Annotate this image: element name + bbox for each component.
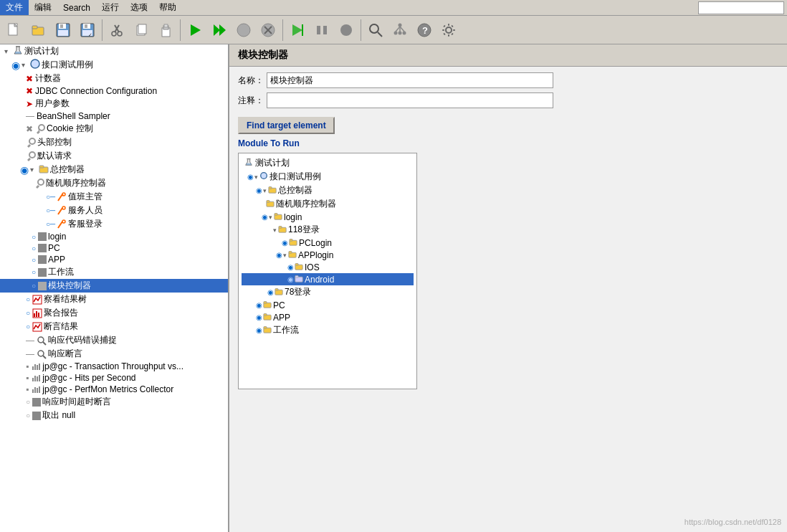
bar-icon3 bbox=[31, 384, 41, 394]
svg-rect-105 bbox=[290, 239, 292, 242]
settings-button[interactable] bbox=[437, 19, 460, 42]
svg-rect-53 bbox=[443, 32, 446, 35]
tree-node-default-request[interactable]: 默认请求 bbox=[0, 149, 228, 163]
tree-node-timeout-assert[interactable]: ○ 响应时间超时断言 bbox=[0, 395, 228, 409]
expand-sign2: ▾ bbox=[263, 187, 267, 194]
tb-node-pclogin[interactable]: ◉ PCLogin bbox=[242, 237, 414, 249]
svg-rect-85 bbox=[32, 378, 34, 381]
svg-rect-89 bbox=[32, 389, 34, 393]
tb-node-random[interactable]: 随机顺序控制器 bbox=[242, 197, 414, 211]
tree-node-calculator[interactable]: ✖ 计数器 bbox=[0, 72, 228, 85]
menu-file[interactable]: 文件 bbox=[0, 0, 29, 15]
find-target-button[interactable]: Find target element bbox=[238, 117, 335, 134]
clear-button[interactable] bbox=[257, 19, 280, 42]
tb-conn6: ◉ bbox=[287, 263, 294, 271]
help-button[interactable]: ? bbox=[413, 19, 436, 42]
tree-node-value-admin[interactable]: ○─ 值班主管 bbox=[0, 190, 228, 204]
tb-node-pc2[interactable]: ◉ PC bbox=[242, 299, 414, 311]
tree-node-jdbc[interactable]: ✖ JDBC Connection Configuration bbox=[0, 85, 228, 97]
tree-node-workflow[interactable]: ○ 工作流 bbox=[0, 265, 228, 279]
comment-input[interactable] bbox=[267, 92, 553, 108]
tree-node-customer-login[interactable]: ○─ 客服登录 bbox=[0, 217, 228, 231]
tree-node-response-assert[interactable]: — 响应断言 bbox=[0, 347, 228, 361]
menu-edit[interactable]: 编辑 bbox=[29, 0, 57, 15]
tb-node-78[interactable]: ◉ 78登录 bbox=[242, 285, 414, 299]
tb-node-118[interactable]: ▾ 118登录 bbox=[242, 223, 414, 237]
tree-label: 响应断言 bbox=[48, 348, 82, 360]
tree-node-null[interactable]: ○ 取出 null bbox=[0, 409, 228, 422]
tree-node-interface[interactable]: ◉ ▾ 接口测试用例 bbox=[0, 58, 228, 72]
tree-node-transaction[interactable]: ▪ jp@gc - Transaction Throughput vs... bbox=[0, 361, 228, 372]
gray-square bbox=[38, 232, 47, 241]
tree-node-assertion-results[interactable]: ○ 断言结果 bbox=[0, 320, 228, 333]
tree-node-module-ctrl[interactable]: ○ 模块控制器 bbox=[0, 279, 228, 293]
tree-node-test-plan[interactable]: ▾ 测试计划 bbox=[0, 44, 228, 58]
menu-run[interactable]: 运行 bbox=[96, 0, 125, 15]
tb-node-test-plan[interactable]: 测试计划 bbox=[242, 156, 414, 170]
save-as-button[interactable]: ✓ bbox=[76, 19, 99, 42]
open-button[interactable] bbox=[27, 19, 50, 42]
tree-node-cookie[interactable]: ✖ Cookie 控制 bbox=[0, 122, 228, 136]
run-with-button[interactable] bbox=[208, 19, 231, 42]
tb-folder-icon8 bbox=[295, 274, 303, 285]
tb-node-interface[interactable]: ◉ ▾ 接口测试用例 bbox=[242, 170, 414, 184]
svg-line-39 bbox=[396, 27, 400, 32]
tree-node-header[interactable]: 头部控制 bbox=[0, 136, 228, 149]
tree-node-beanshell[interactable]: — BeanShell Sampler bbox=[0, 110, 228, 122]
tree-button[interactable] bbox=[388, 19, 411, 42]
connector-dot2: ◉ bbox=[20, 164, 29, 176]
svg-rect-73 bbox=[34, 313, 35, 317]
svg-line-58 bbox=[39, 129, 40, 130]
tree-node-master-ctrl[interactable]: ◉ ▾ 总控制器 bbox=[0, 163, 228, 176]
run-button[interactable] bbox=[183, 19, 206, 42]
svg-point-70 bbox=[62, 220, 65, 223]
svg-rect-74 bbox=[36, 311, 37, 317]
remote-stop-button[interactable] bbox=[310, 19, 333, 42]
stop-button[interactable] bbox=[232, 19, 255, 42]
tb-node-app2[interactable]: ◉ APP bbox=[242, 311, 414, 323]
tb-node-applogin[interactable]: ◉ ▾ APPlogin bbox=[242, 249, 414, 261]
menu-search[interactable]: Search bbox=[57, 1, 96, 14]
svg-rect-113 bbox=[275, 289, 278, 291]
tree-node-error-capture[interactable]: — 响应代码错误捕捉 bbox=[0, 333, 228, 347]
svg-point-45 bbox=[446, 27, 452, 33]
svg-point-59 bbox=[29, 138, 35, 144]
menu-options[interactable]: 选项 bbox=[125, 0, 153, 15]
tree-node-pc[interactable]: ○ PC bbox=[0, 242, 228, 254]
tb-label: 118登录 bbox=[288, 224, 320, 236]
module-tree-box[interactable]: 测试计划 ◉ ▾ 接口测试用例 ◉ bbox=[238, 153, 417, 389]
svg-point-16 bbox=[118, 32, 122, 36]
svg-rect-93 bbox=[247, 158, 250, 159]
tb-node-android[interactable]: ◉ Android bbox=[242, 273, 414, 285]
tree-node-aggregate[interactable]: ○ 聚合报告 bbox=[0, 306, 228, 320]
new-button[interactable] bbox=[3, 19, 26, 42]
tree-node-user-params[interactable]: ➤ 用户参数 bbox=[0, 97, 228, 110]
remote-run-button[interactable] bbox=[286, 19, 309, 42]
tree-node-random-order[interactable]: 随机顺序控制器 bbox=[0, 176, 228, 190]
tb-node-master-ctrl[interactable]: ◉ ▾ 总控制器 bbox=[242, 184, 414, 197]
remote-clear-button[interactable] bbox=[335, 19, 358, 42]
expand-sign: ▾ bbox=[254, 174, 258, 181]
search-toolbar-button[interactable] bbox=[364, 19, 387, 42]
paste-button[interactable] bbox=[154, 19, 177, 42]
copy-button[interactable] bbox=[130, 19, 153, 42]
tb-node-ios[interactable]: ◉ IOS bbox=[242, 261, 414, 273]
tree-scroll[interactable]: ▾ 测试计划 ◉ ▾ 接口测试用例 ✖ 计数器 bbox=[0, 44, 228, 532]
tb-node-login[interactable]: ◉ ▾ login bbox=[242, 211, 414, 223]
cut-button[interactable] bbox=[105, 19, 128, 42]
tree-label: 断言结果 bbox=[44, 320, 78, 333]
tb-node-workflow2[interactable]: ◉ 工作流 bbox=[242, 323, 414, 337]
name-input[interactable] bbox=[267, 72, 553, 88]
tree-label: Cookie 控制 bbox=[47, 123, 93, 135]
tree-node-app[interactable]: ○ APP bbox=[0, 254, 228, 265]
tree-node-hits[interactable]: ▪ jp@gc - Hits per Second bbox=[0, 372, 228, 384]
search-input[interactable] bbox=[698, 1, 784, 14]
save-button[interactable] bbox=[52, 19, 75, 42]
conn-dot10: ○ bbox=[26, 412, 30, 419]
tree-node-service[interactable]: ○─ 服务人员 bbox=[0, 204, 228, 217]
tree-node-perfmon[interactable]: ▪ jp@gc - PerfMon Metrics Collector bbox=[0, 384, 228, 395]
svg-point-38 bbox=[403, 31, 406, 34]
menu-help[interactable]: 帮助 bbox=[153, 0, 182, 15]
tree-node-login[interactable]: ○ login bbox=[0, 231, 228, 242]
tree-node-view-results[interactable]: ○ 察看结果树 bbox=[0, 293, 228, 306]
